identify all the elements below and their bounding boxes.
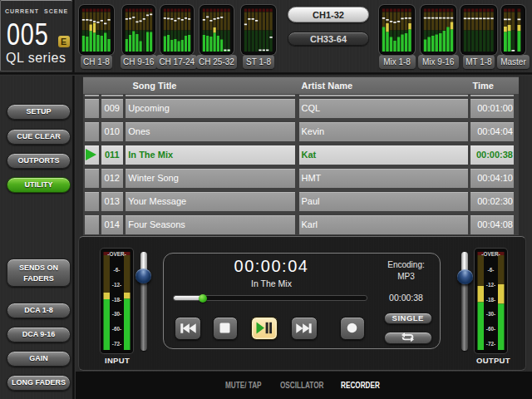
svg-text:-18-: -18-: [112, 297, 121, 303]
svg-text:-12-: -12-: [486, 282, 495, 288]
svg-text:-60-: -60-: [112, 326, 121, 332]
svg-text:-OVER-: -OVER-: [107, 251, 126, 257]
svg-text:-72-: -72-: [112, 341, 121, 347]
svg-text:-72-: -72-: [486, 341, 495, 347]
svg-text:-6-: -6-: [488, 267, 495, 273]
svg-text:-12-: -12-: [112, 282, 121, 288]
svg-text:-60-: -60-: [486, 326, 495, 332]
svg-text:-OVER-: -OVER-: [481, 251, 500, 257]
svg-text:-18-: -18-: [486, 297, 495, 303]
svg-text:-6-: -6-: [114, 267, 121, 273]
svg-text:-30-: -30-: [112, 311, 121, 317]
svg-text:-30-: -30-: [486, 311, 495, 317]
